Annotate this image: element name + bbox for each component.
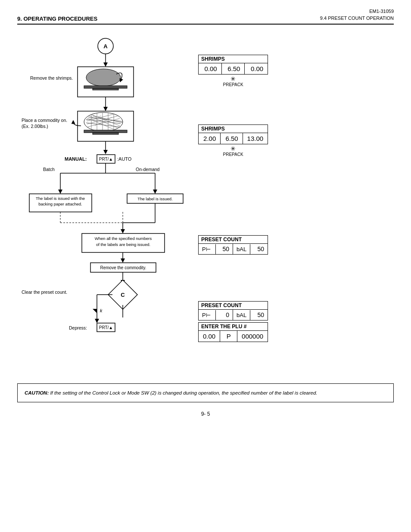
preset-1-bal-label: bAL (233, 244, 250, 254)
svg-rect-7 (93, 88, 118, 90)
display-panel-2: SHRIMPS 2.00 6.50 13.00 (198, 124, 268, 144)
svg-text:On-demand: On-demand (136, 167, 160, 172)
preset-2-header: PRESET COUNT (199, 302, 268, 310)
svg-rect-6 (84, 86, 127, 88)
display-1-header: SHRIMPS (199, 55, 268, 63)
svg-text:PRT/▲: PRT/▲ (99, 325, 113, 330)
svg-marker-61 (121, 229, 125, 233)
svg-point-5 (86, 69, 121, 86)
prepack-1-label: PREPACK (223, 82, 243, 87)
svg-text:Remove the shrimps.: Remove the shrimps. (30, 75, 73, 81)
svg-text:k: k (100, 308, 103, 313)
display-panel-5: ENTER THE PLU # 0.00 P 000000 (198, 322, 268, 342)
section-title: 9. OPERATING PROCEDURES (17, 16, 97, 22)
svg-text:The label is issued with the: The label is issued with the (36, 196, 85, 201)
svg-marker-10 (103, 107, 108, 111)
svg-rect-32 (93, 133, 118, 134)
display-2-col1: 2.00 (199, 133, 221, 144)
svg-text:MANUAL:: MANUAL: (65, 156, 87, 162)
display-1-row: 0.00 6.50 0.00 (199, 63, 268, 74)
right-displays: SHRIMPS 0.00 6.50 0.00 ✳ PREPACK SHRIMPS (198, 33, 268, 375)
diagram-svg: A (17, 33, 198, 373)
svg-text:of the labels are being issued: of the labels are being issued. (96, 242, 150, 247)
subsection-title: 9.4 PRESET COUNT OPERATION (320, 16, 394, 21)
svg-marker-44 (58, 190, 62, 194)
preset-1-pi-label: P⊢ (199, 244, 216, 254)
svg-text:PRT/▲: PRT/▲ (99, 157, 113, 162)
display-5-col3: 000000 (237, 331, 268, 342)
display-1-col2: 6.50 (222, 63, 245, 74)
svg-text::AUTO: :AUTO (117, 156, 132, 162)
svg-text:When all the specified numbers: When all the specified numbers (95, 236, 152, 241)
display-group-3: PRESET COUNT P⊢ 50 bAL 50 (198, 235, 268, 255)
prepack-2-label: PREPACK (223, 152, 243, 157)
svg-rect-31 (84, 130, 127, 133)
svg-text:(Ex. 2.00lbs.): (Ex. 2.00lbs.) (22, 124, 48, 129)
display-group-1: SHRIMPS 0.00 6.50 0.00 ✳ PREPACK (198, 55, 268, 87)
display-5-row: 0.00 P 000000 (199, 331, 268, 342)
svg-text:Remove the commodity.: Remove the commodity. (100, 265, 146, 270)
doc-number: EM1-31059 (17, 9, 394, 14)
page-number: 9- 5 (17, 411, 394, 417)
flow-diagram: A (17, 33, 198, 375)
preset-panel-1: PRESET COUNT P⊢ 50 bAL 50 (198, 235, 268, 255)
svg-text:Depress:: Depress: (69, 325, 87, 330)
display-panel-1: SHRIMPS 0.00 6.50 0.00 (198, 55, 268, 75)
svg-text:Clear the preset count.: Clear the preset count. (22, 289, 67, 295)
svg-text:backing paper attached.: backing paper attached. (38, 202, 82, 206)
svg-text:C: C (121, 292, 125, 298)
preset-2-pi-label: P⊢ (199, 310, 216, 320)
display-5-header: ENTER THE PLU # (199, 323, 268, 331)
svg-marker-36 (103, 150, 108, 154)
svg-marker-75 (93, 309, 97, 313)
prepack-2: ✳ PREPACK (198, 145, 268, 157)
page: EM1-31059 9. OPERATING PROCEDURES 9.4 PR… (0, 0, 411, 532)
display-group-4: PRESET COUNT P⊢ 0 bAL 50 ENTER THE PLU #… (198, 301, 268, 343)
preset-1-pi-val: 50 (216, 244, 233, 254)
preset-panel-2: PRESET COUNT P⊢ 0 bAL 50 (198, 301, 268, 320)
svg-marker-3 (103, 62, 108, 67)
preset-2-bal-val: 50 (250, 310, 268, 320)
display-5-col2: P (220, 331, 237, 342)
caution-text: If the setting of the Control Lock or Mo… (50, 390, 317, 395)
preset-2-bal-label: bAL (233, 310, 250, 320)
display-2-row: 2.00 6.50 13.00 (199, 133, 268, 144)
display-1-col3: 0.00 (245, 63, 268, 74)
preset-1-header: PRESET COUNT (199, 236, 268, 244)
svg-marker-47 (153, 190, 157, 194)
preset-1-row: P⊢ 50 bAL 50 (199, 244, 268, 254)
caution-box: CAUTION: If the setting of the Control L… (17, 383, 394, 402)
display-group-2: SHRIMPS 2.00 6.50 13.00 ✳ PREPACK (198, 124, 268, 157)
display-2-col3: 13.00 (243, 133, 268, 144)
display-2-header: SHRIMPS (199, 125, 268, 133)
display-5-col1: 0.00 (199, 331, 220, 342)
prepack-1: ✳ PREPACK (198, 75, 268, 87)
svg-marker-78 (95, 319, 99, 323)
preset-2-pi-val: 0 (216, 310, 233, 320)
page-header: 9. OPERATING PROCEDURES 9.4 PRESET COUNT… (17, 16, 394, 25)
preset-2-row: P⊢ 0 bAL 50 (199, 310, 268, 320)
svg-text:The label is issued.: The label is issued. (137, 196, 172, 201)
display-1-col1: 0.00 (199, 63, 222, 74)
doc-number-text: EM1-31059 (369, 9, 394, 14)
svg-text:A: A (103, 43, 108, 50)
caution-label: CAUTION: (25, 390, 49, 395)
preset-1-bal-val: 50 (250, 244, 268, 254)
svg-text:Batch: Batch (43, 167, 55, 172)
svg-marker-66 (121, 258, 125, 263)
display-2-col2: 6.50 (221, 133, 243, 144)
svg-text:Place a commodity on.: Place a commodity on. (22, 118, 67, 123)
main-content: A (17, 33, 394, 375)
